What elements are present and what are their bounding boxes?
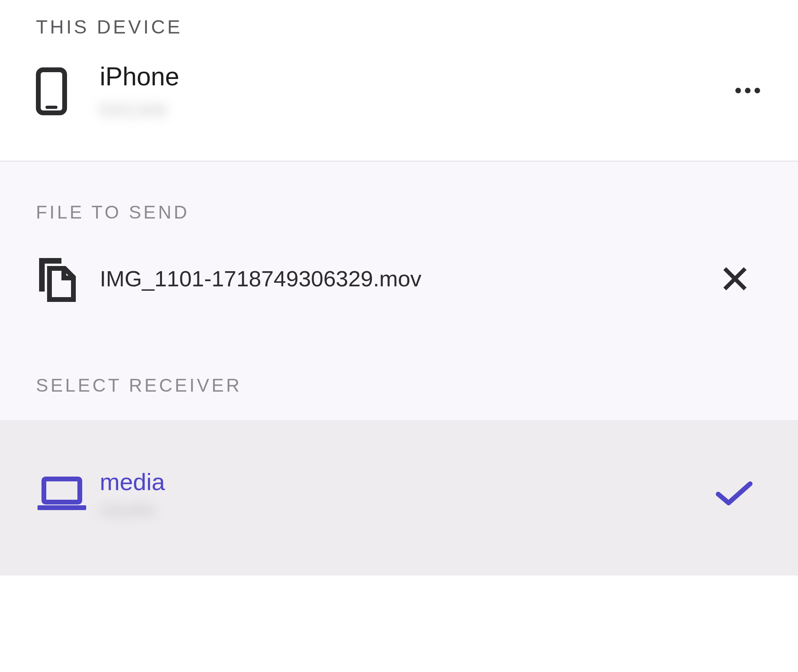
- close-icon: [722, 266, 748, 292]
- svg-rect-5: [38, 505, 86, 510]
- receiver-selected-indicator: [714, 480, 762, 508]
- file-name: IMG_1101-1718749306329.mov: [100, 264, 722, 294]
- more-options-button[interactable]: [722, 88, 762, 95]
- section-header-file-to-send: FILE TO SEND: [0, 162, 798, 223]
- file-row: IMG_1101-1718749306329.mov: [0, 223, 798, 319]
- more-icon: [735, 88, 741, 93]
- svg-rect-1: [45, 106, 57, 109]
- check-icon: [714, 480, 754, 508]
- remove-file-button[interactable]: [722, 266, 762, 292]
- file-copy-icon: [36, 255, 100, 303]
- device-name: iPhone: [100, 62, 722, 91]
- device-subtitle: 0XCAN: [100, 99, 722, 121]
- section-header-select-receiver: SELECT RECEIVER: [0, 319, 798, 396]
- receiver-subtitle: rstudio: [100, 501, 714, 520]
- phone-icon: [36, 67, 100, 115]
- laptop-icon: [36, 476, 100, 512]
- receiver-name: media: [100, 468, 714, 496]
- this-device-row: iPhone 0XCAN: [0, 38, 798, 162]
- svg-rect-4: [44, 479, 80, 502]
- receiver-row[interactable]: media rstudio: [0, 420, 798, 575]
- section-header-this-device: THIS DEVICE: [0, 0, 798, 38]
